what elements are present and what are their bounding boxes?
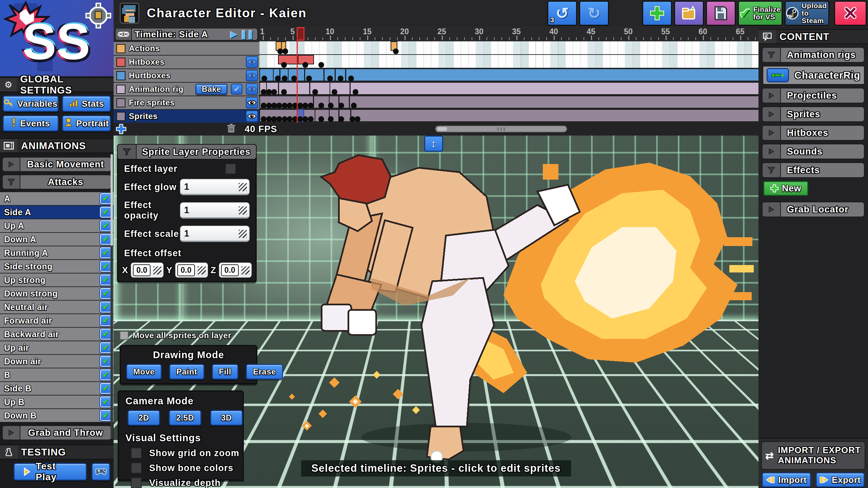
animation-item-side-strong[interactable]: Side strong✔ (0, 260, 114, 273)
fill-tool-button[interactable]: Fill (212, 364, 239, 380)
playhead-marker[interactable] (297, 27, 304, 41)
import-button[interactable]: Import (762, 472, 811, 487)
track-keyframes-hurtboxes[interactable] (259, 68, 758, 82)
visibility-toggle[interactable] (246, 110, 258, 122)
track-hitboxes[interactable]: Hitboxes (114, 56, 259, 69)
redo-button[interactable]: ↻ (579, 1, 609, 26)
gear-icon[interactable] (85, 3, 111, 28)
timeline-grid[interactable]: 15101520253035404550556065 (259, 26, 758, 136)
visibility-toggle[interactable] (246, 97, 258, 108)
camera-mode-2-5d-button[interactable]: 2.5D (169, 410, 201, 426)
asset-characterrig[interactable]: CharacterRig (763, 66, 865, 85)
keyframe-dot[interactable] (338, 116, 344, 122)
keyframe-dot[interactable] (275, 76, 281, 81)
close-button[interactable]: ✕ (834, 1, 867, 26)
animation-enabled-toggle[interactable]: ✔ (100, 410, 112, 421)
keyframe-dot[interactable] (318, 116, 324, 122)
drag-grip-icon[interactable] (239, 230, 247, 238)
add-button[interactable] (642, 1, 672, 26)
finalize-button[interactable]: ✔ Finalizefor VS (738, 1, 783, 26)
animation-enabled-toggle[interactable]: ✔ (100, 247, 112, 258)
track-keyframes-animation-rig[interactable] (259, 82, 758, 96)
group-attacks[interactable]: Attacks (2, 175, 112, 189)
animation-item-up-air[interactable]: Up air✔ (0, 341, 114, 355)
track-fire-sprites[interactable]: Fire sprites (114, 96, 259, 110)
keyframe-dot[interactable] (312, 89, 318, 95)
content-group-projectiles[interactable]: Projectiles (762, 88, 865, 103)
pause-button[interactable]: ❚❚ (240, 29, 254, 39)
effect-layer-checkbox[interactable] (225, 163, 236, 174)
paint-tool-button[interactable]: Paint (169, 364, 204, 380)
keyframe-dot[interactable] (327, 76, 333, 81)
animation-item-down-strong[interactable]: Down strong✔ (0, 287, 114, 301)
move-all-sprites-toggle[interactable]: Move all sprites on layer (120, 331, 231, 340)
timeline-ruler[interactable]: 15101520253035404550556065 (259, 26, 758, 41)
content-group-sounds[interactable]: Sounds (762, 144, 865, 159)
timeline-scrollbar[interactable] (435, 125, 567, 133)
visibility-toggle[interactable] (246, 70, 258, 81)
track-keyframes-sprites[interactable] (259, 109, 758, 123)
drag-grip-icon[interactable] (239, 183, 247, 191)
group-grab-and-throw[interactable]: Grab and Throw (2, 425, 112, 440)
animation-item-b[interactable]: B✔ (0, 368, 114, 382)
keyframe-dot[interactable] (338, 103, 344, 108)
animation-item-up-strong[interactable]: Up strong✔ (0, 273, 114, 287)
animations-scrollbar[interactable] (111, 154, 113, 439)
animation-enabled-toggle[interactable]: ✔ (100, 234, 112, 245)
animation-enabled-toggle[interactable]: ✔ (100, 261, 112, 272)
move-gizmo[interactable]: ↕ (424, 136, 443, 152)
animation-item-up-a[interactable]: Up A✔ (0, 219, 114, 233)
drag-grip-icon[interactable] (239, 206, 247, 215)
animation-enabled-toggle[interactable]: ✔ (100, 274, 112, 285)
effect-glow-input[interactable]: 1 (180, 179, 250, 195)
move-tool-button[interactable]: Move (126, 364, 162, 380)
visual-option-visualize-depth[interactable]: Visualize depth (119, 473, 243, 488)
animation-item-side-a[interactable]: Side A✔ (0, 206, 114, 219)
animation-enabled-toggle[interactable]: ✔ (100, 329, 112, 340)
play-button[interactable]: ▶ (231, 29, 237, 39)
bake-button[interactable]: Bake (195, 84, 228, 95)
visual-option-show-bone-colors[interactable]: Show bone colors (119, 459, 243, 473)
keyframe-dot[interactable] (308, 103, 314, 108)
animation-item-a[interactable]: A✔ (0, 192, 114, 206)
add-track-button[interactable]: ✚ (116, 122, 126, 136)
offset-y-input[interactable]: 0.0 (175, 263, 208, 278)
save-button[interactable] (706, 1, 736, 26)
track-keyframes-hitboxes[interactable] (259, 55, 758, 68)
animation-enabled-toggle[interactable]: ✔ (100, 288, 112, 299)
animation-enabled-toggle[interactable]: ✔ (100, 342, 112, 353)
drag-grip-icon[interactable] (198, 266, 206, 274)
content-group-sprites[interactable]: Sprites (762, 106, 865, 122)
animation-item-side-b[interactable]: Side B✔ (0, 382, 114, 395)
drag-grip-icon[interactable] (241, 266, 250, 274)
keyframe-dot[interactable] (282, 48, 288, 54)
keyframe-dot[interactable] (282, 76, 288, 81)
animation-item-down-air[interactable]: Down air✔ (0, 355, 114, 368)
animation-item-down-a[interactable]: Down A✔ (0, 233, 114, 246)
checkbox[interactable] (131, 463, 142, 473)
animation-enabled-toggle[interactable]: ✔ (100, 220, 112, 231)
checkbox[interactable] (120, 331, 129, 340)
keyframe-span[interactable] (259, 109, 759, 122)
animation-enabled-toggle[interactable]: ✔ (100, 383, 112, 394)
visibility-toggle[interactable] (246, 56, 258, 68)
animation-enabled-toggle[interactable]: ✔ (100, 396, 112, 407)
offset-z-input[interactable]: 0.0 (219, 263, 252, 278)
new-effect-button[interactable]: New (763, 181, 808, 196)
viewport[interactable]: ↕ Sprite Layer Properties Effect layer E… (114, 136, 758, 488)
effect-opacity-input[interactable]: 1 (180, 202, 250, 219)
panel-header[interactable]: Sprite Layer Properties (117, 144, 257, 160)
character-portrait[interactable] (120, 3, 139, 24)
keyframe-dot[interactable] (318, 103, 324, 108)
animation-item-forward-air[interactable]: Forward air✔ (0, 314, 114, 328)
keyframe-dot[interactable] (281, 89, 287, 95)
group-basic-movement[interactable]: Basic Movement (2, 157, 112, 172)
portrait-button[interactable]: Portrait (62, 115, 111, 131)
test-play-button[interactable]: Test Play (14, 463, 87, 481)
track-keyframes-actions[interactable] (259, 41, 758, 55)
content-group-hitboxes[interactable]: Hitboxes (762, 125, 865, 141)
checkbox[interactable] (131, 477, 142, 488)
upload-steam-button[interactable]: Uploadto Steam (785, 1, 829, 26)
animation-enabled-toggle[interactable]: ✔ (100, 207, 112, 218)
content-group-grab-locator[interactable]: Grab Locator (762, 202, 865, 217)
